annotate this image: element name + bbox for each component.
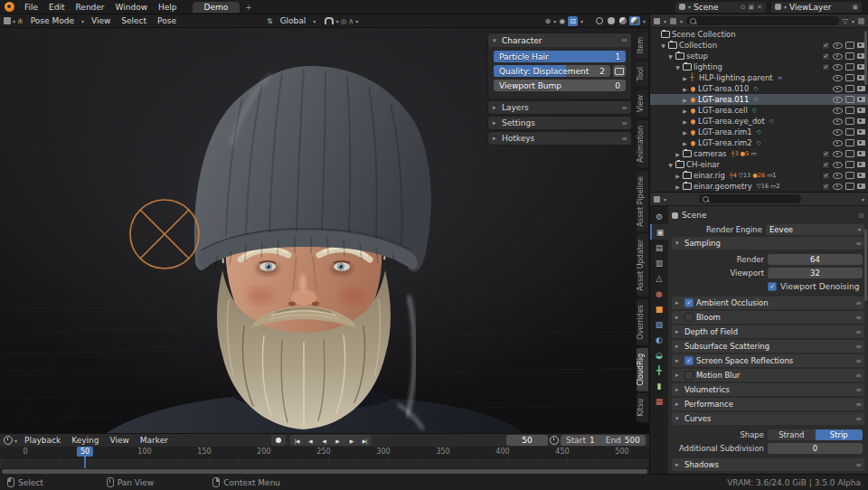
gizmo-icon[interactable]: ⊕ [545,17,552,25]
disable-viewport-icon[interactable] [845,150,854,157]
tab-animation[interactable]: Animation [637,119,649,169]
outliner-row[interactable]: ▶cameras┼3●5▭✓ [650,148,868,159]
properties-tab-scene[interactable]: △ [650,270,668,286]
hide-viewport-icon[interactable] [833,173,843,179]
outliner-search-input[interactable] [686,16,839,25]
additional-subdivision-field[interactable]: 0 [768,443,863,454]
shading-rendered[interactable] [629,16,640,25]
timeline-scrollbar[interactable] [0,468,649,475]
outliner-editor-icon[interactable] [654,18,660,24]
disable-render-icon[interactable] [857,108,865,113]
unlink-icon[interactable]: ✕ [757,4,762,11]
disable-viewport-icon[interactable] [845,96,854,103]
hide-viewport-icon[interactable] [833,151,843,157]
disable-viewport-icon[interactable] [845,42,854,49]
disclosure-closed-icon[interactable]: ▶ [682,118,688,125]
disable-viewport-icon[interactable] [845,172,854,179]
hide-viewport-icon[interactable] [833,118,843,125]
hide-viewport-icon[interactable] [833,184,843,190]
panel-menu-icon[interactable]: ≡ [855,299,861,307]
exclude-checkbox[interactable]: ✓ [822,52,830,61]
disable-viewport-icon[interactable] [845,107,854,114]
disclosure-open-icon[interactable]: ▼ [667,162,674,168]
denoise-toggle[interactable]: ✓Viewport Denoising [768,282,859,291]
properties-tab-world[interactable]: ● [650,286,668,301]
hide-viewport-icon[interactable] [833,75,843,81]
disable-viewport-icon[interactable] [845,128,854,136]
outliner-row[interactable]: ▶LGT-area.rim2◇ [650,137,868,148]
panel-menu-icon[interactable]: ≡ [855,314,861,322]
panel-settings[interactable]: ▸Settings≡ [487,116,632,130]
section-sampling[interactable]: ▾Sampling≡ [672,237,864,250]
properties-tab-constraints[interactable]: ◒ [650,347,668,363]
outliner-row[interactable]: ▼setup✓ [650,51,868,61]
viewport-menu-view[interactable]: View [86,15,116,26]
section-checkbox[interactable]: ✓ [684,356,693,365]
outliner-scrollbar[interactable] [864,31,867,85]
section-vol[interactable]: ▸Volumetrics≡ [672,383,864,396]
section-checkbox[interactable] [684,371,693,380]
section-mblur[interactable]: ▸Motion Blur≡ [672,369,864,382]
exclude-checkbox[interactable]: ✓ [822,161,830,169]
outliner-row[interactable]: ▼Collection✓ [650,40,868,51]
timeline-menu-keying[interactable]: Keying [66,435,104,446]
section-ssr[interactable]: ▸✓Screen Space Reflections≡ [672,354,864,367]
disable-viewport-icon[interactable] [845,139,854,146]
disable-render-icon[interactable] [857,86,865,91]
add-workspace-button[interactable]: + [241,3,257,12]
disable-render-icon[interactable] [857,184,865,189]
outliner-row[interactable]: ▼CH-einar✓ [650,159,868,170]
hide-viewport-icon[interactable] [833,53,843,60]
outliner-row[interactable]: ▶LGT-area.011◇ [650,94,868,105]
panel-menu-icon[interactable]: ≡ [855,400,861,409]
properties-tab-render[interactable]: ▣ [650,224,668,240]
outliner-row[interactable]: ▼lighting✓ [650,61,868,72]
disclosure-open-icon[interactable]: ▼ [667,53,674,60]
menu-help[interactable]: Help [153,2,183,13]
disclosure-closed-icon[interactable]: ▶ [682,97,688,103]
shape-option-strand[interactable]: Strand [768,429,816,440]
outliner-row[interactable]: ▶LGT-area.010◇ [650,83,868,94]
mode-dropdown[interactable]: Pose Mode [25,15,80,26]
exclude-checkbox[interactable]: ✓ [822,150,830,158]
playhead[interactable] [84,457,86,468]
shading-solid[interactable] [606,16,617,25]
disable-viewport-icon[interactable] [845,74,854,81]
workspace-tab-demo[interactable]: Demo [193,2,241,13]
viewport-menu-pose[interactable]: Pose [152,15,182,26]
timeline-area[interactable]: 050100150200250300350400450500 [0,447,649,475]
disable-render-icon[interactable] [857,173,865,178]
slider-particle-hair[interactable]: Particle Hair1 [494,51,626,62]
section-sss[interactable]: ▸Subsurface Scattering≡ [672,340,864,353]
viewlayer-selector[interactable]: ▾ ViewLayer ▣ [771,2,862,13]
disclosure-closed-icon[interactable]: ▶ [682,86,688,92]
play-button[interactable]: ▶ [331,435,344,446]
disclosure-closed-icon[interactable]: ▶ [675,173,681,179]
viewport-samples-field[interactable]: 32 [768,268,863,278]
disable-viewport-icon[interactable] [845,85,854,92]
panel-menu-icon[interactable]: ≡ [855,372,861,380]
properties-tab-object[interactable]: ■ [650,301,668,316]
exclude-checkbox[interactable]: ✓ [822,172,830,180]
hide-viewport-icon[interactable] [833,97,843,103]
panel-menu-icon[interactable]: ≡ [855,240,861,248]
menu-render[interactable]: Render [71,2,110,13]
current-frame-field[interactable]: 50 [506,435,548,446]
panel-menu-icon[interactable]: ≡ [855,328,861,336]
panel-hotkeys[interactable]: ▸Hotkeys≡ [487,131,632,146]
tab-asset-updater[interactable]: Asset Updater [637,233,649,297]
falloff-icon[interactable]: ∧ [348,17,354,25]
play-reverse-button[interactable]: ◀ [317,435,331,446]
prev-keyframe-button[interactable]: ◀· [304,435,317,446]
blender-logo-icon[interactable] [5,2,14,12]
outliner-row[interactable]: Scene Collection [650,29,868,40]
properties-tab-output[interactable]: ▤ [650,240,668,255]
shading-wireframe[interactable] [594,16,605,25]
panel-menu-icon[interactable]: ≡ [855,461,861,469]
next-keyframe-button[interactable]: ·▶ [344,435,358,446]
overlays-icon[interactable]: ◉ [559,17,565,25]
properties-tab-modifiers[interactable]: ▧ [650,316,668,332]
proportional-edit-icon[interactable]: ◎ [340,17,346,25]
scrollbar-thumb[interactable] [2,469,647,474]
section-dof[interactable]: ▸Depth of Field≡ [672,325,864,338]
